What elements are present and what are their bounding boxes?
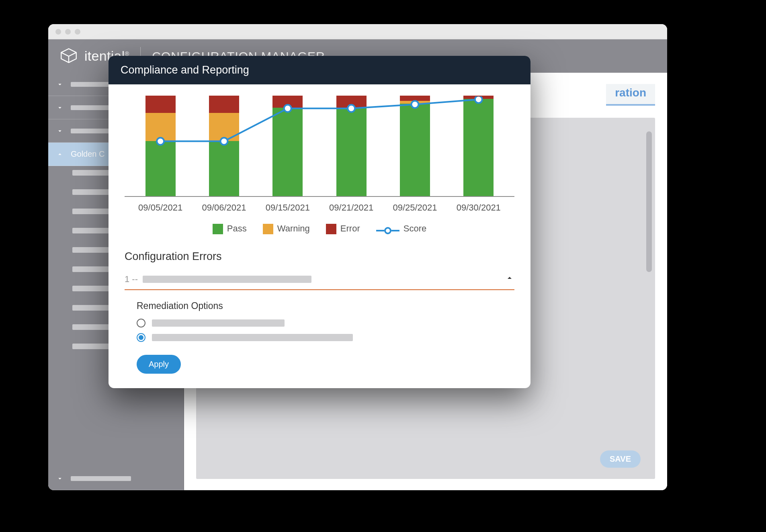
legend-score-icon <box>376 227 399 234</box>
radio-checked-icon[interactable] <box>137 333 145 342</box>
remediation-options: Remediation Options Apply <box>125 301 514 374</box>
error-row-prefix: 1 -- <box>125 274 138 284</box>
compliance-modal: Compliance and Reporting 09/05/202109/06… <box>109 56 530 388</box>
brand-logo-icon <box>59 46 79 66</box>
radio-unchecked-icon[interactable] <box>137 319 145 327</box>
remediation-option-label <box>152 319 285 327</box>
chart-bar <box>145 96 176 196</box>
traffic-light-zoom[interactable] <box>75 29 80 35</box>
chart-score-line <box>125 96 514 196</box>
legend-label-score: Score <box>403 223 426 233</box>
sidebar-item-label: Golden C <box>71 149 105 159</box>
legend-label-pass: Pass <box>227 223 247 233</box>
sidebar-item-label <box>71 476 131 481</box>
tab-configuration[interactable]: ration <box>606 84 655 106</box>
legend-swatch-pass <box>213 224 223 234</box>
scrollbar-thumb[interactable] <box>646 131 652 272</box>
apply-button-label: Apply <box>149 360 169 368</box>
chart-xaxis-label: 09/06/2021 <box>202 203 246 213</box>
chevron-down-icon <box>55 475 64 482</box>
error-row-text <box>143 276 311 283</box>
save-button[interactable]: SAVE <box>600 450 641 468</box>
chart-legend: Pass Warning Error Score <box>125 223 514 234</box>
chart-bar <box>336 96 367 196</box>
traffic-light-minimize[interactable] <box>65 29 71 35</box>
remediation-option-2[interactable] <box>137 333 514 342</box>
chart-xaxis-label: 09/05/2021 <box>138 203 182 213</box>
remediation-option-label <box>152 334 353 341</box>
tab-label: ration <box>615 86 646 99</box>
remediation-title: Remediation Options <box>137 301 514 311</box>
chevron-up-icon <box>55 151 64 158</box>
save-button-label: SAVE <box>610 454 631 463</box>
apply-button[interactable]: Apply <box>137 355 181 374</box>
legend-label-warning: Warning <box>277 223 310 233</box>
window-titlebar <box>48 24 667 39</box>
remediation-option-1[interactable] <box>137 319 514 327</box>
traffic-light-close[interactable] <box>55 29 61 35</box>
chevron-down-icon <box>55 81 64 88</box>
config-error-row[interactable]: 1 -- <box>125 273 514 290</box>
config-errors-title: Configuration Errors <box>125 250 514 263</box>
chart-bar <box>272 96 303 196</box>
chevron-down-icon <box>55 127 64 135</box>
chart-bar <box>209 96 239 196</box>
chart-xaxis-label: 09/25/2021 <box>393 203 437 213</box>
legend-swatch-warning <box>263 224 273 234</box>
chart-bar <box>463 96 494 196</box>
chart-xaxis-label: 09/30/2021 <box>457 203 501 213</box>
modal-title: Compliance and Reporting <box>109 56 530 84</box>
legend-label-error: Error <box>340 223 360 233</box>
chart-bar <box>400 96 430 196</box>
sidebar-item[interactable] <box>48 467 184 490</box>
compliance-chart: 09/05/202109/06/202109/15/202109/21/2021… <box>125 96 514 234</box>
svg-marker-0 <box>61 49 76 56</box>
chevron-down-icon <box>55 104 64 111</box>
chart-xaxis-label: 09/21/2021 <box>329 203 373 213</box>
legend-swatch-error <box>326 224 336 234</box>
chevron-up-icon <box>505 273 514 285</box>
chart-xaxis-label: 09/15/2021 <box>266 203 310 213</box>
